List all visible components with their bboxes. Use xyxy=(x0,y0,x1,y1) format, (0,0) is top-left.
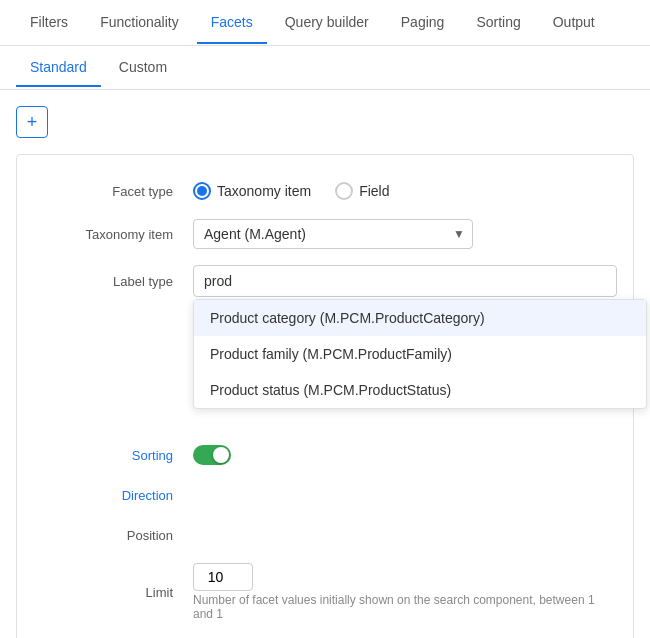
position-row: Position xyxy=(17,515,633,555)
radio-taxonomy-outer xyxy=(193,182,211,200)
direction-row: Direction xyxy=(17,475,633,515)
nav-paging[interactable]: Paging xyxy=(387,2,459,44)
taxonomy-item-row: Taxonomy item Agent (M.Agent) ▼ xyxy=(17,211,633,257)
add-button[interactable]: + xyxy=(16,106,48,138)
label-type-row: Label type Product category (M.PCM.Produ… xyxy=(17,257,633,305)
facet-type-row: Facet type Taxonomy item Field xyxy=(17,171,633,211)
label-type-control: Product category (M.PCM.ProductCategory)… xyxy=(193,265,617,297)
label-type-label: Label type xyxy=(33,274,193,289)
sorting-control xyxy=(193,445,617,465)
limit-input[interactable] xyxy=(193,563,253,591)
nav-filters[interactable]: Filters xyxy=(16,2,82,44)
radio-field-outer xyxy=(335,182,353,200)
form-card: Facet type Taxonomy item Field Taxonomy … xyxy=(16,154,634,638)
sorting-toggle[interactable] xyxy=(193,445,231,465)
limit-control: Number of facet values initially shown o… xyxy=(193,563,617,621)
facet-type-control: Taxonomy item Field xyxy=(193,182,617,200)
direction-label: Direction xyxy=(33,488,193,503)
label-dropdown-list: Product category (M.PCM.ProductCategory)… xyxy=(193,299,647,409)
dropdown-item-2[interactable]: Product status (M.PCM.ProductStatus) xyxy=(194,372,646,408)
subtab-standard[interactable]: Standard xyxy=(16,49,101,87)
sorting-row: Sorting xyxy=(17,435,633,475)
nav-sorting[interactable]: Sorting xyxy=(462,2,534,44)
radio-field[interactable]: Field xyxy=(335,182,389,200)
position-label: Position xyxy=(33,528,193,543)
limit-label: Limit xyxy=(33,585,193,600)
facet-type-label: Facet type xyxy=(33,184,193,199)
taxonomy-item-label: Taxonomy item xyxy=(33,227,193,242)
nav-facets[interactable]: Facets xyxy=(197,2,267,44)
radio-taxonomy-inner xyxy=(197,186,207,196)
label-search-input[interactable] xyxy=(193,265,617,297)
top-nav: Filters Functionality Facets Query build… xyxy=(0,0,650,46)
dropdown-item-0[interactable]: Product category (M.PCM.ProductCategory) xyxy=(194,300,646,336)
nav-output[interactable]: Output xyxy=(539,2,609,44)
sorting-label: Sorting xyxy=(33,448,193,463)
radio-taxonomy-label: Taxonomy item xyxy=(217,183,311,199)
subtab-custom[interactable]: Custom xyxy=(105,49,181,87)
limit-help-text: Number of facet values initially shown o… xyxy=(193,593,617,621)
taxonomy-select[interactable]: Agent (M.Agent) xyxy=(193,219,473,249)
nav-query-builder[interactable]: Query builder xyxy=(271,2,383,44)
multiselect-row: Multi-select xyxy=(17,629,633,638)
taxonomy-select-wrapper: Agent (M.Agent) ▼ xyxy=(193,219,473,249)
limit-row: Limit Number of facet values initially s… xyxy=(17,555,633,629)
sub-tabs: Standard Custom xyxy=(0,46,650,90)
form-area: Facet type Taxonomy item Field Taxonomy … xyxy=(0,154,650,638)
radio-taxonomy-item[interactable]: Taxonomy item xyxy=(193,182,311,200)
add-section: + xyxy=(0,90,650,154)
sorting-toggle-knob xyxy=(213,447,229,463)
radio-field-label: Field xyxy=(359,183,389,199)
taxonomy-item-control: Agent (M.Agent) ▼ xyxy=(193,219,617,249)
nav-functionality[interactable]: Functionality xyxy=(86,2,193,44)
dropdown-item-1[interactable]: Product family (M.PCM.ProductFamily) xyxy=(194,336,646,372)
